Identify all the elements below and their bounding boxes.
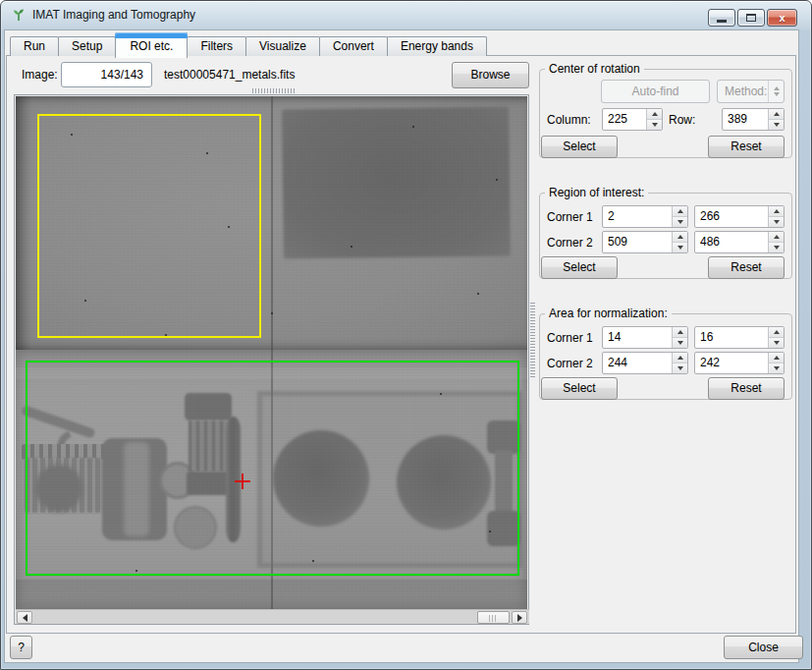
tab-roi-etc[interactable]: ROI etc. [115, 32, 188, 58]
minimize-icon [717, 20, 727, 23]
close-window-button[interactable]: x [767, 9, 797, 27]
close-icon: x [768, 11, 796, 25]
maximize-button[interactable] [737, 9, 765, 27]
maximize-icon [746, 14, 756, 22]
window-title: IMAT Imaging and Tomography [32, 8, 195, 22]
tab-filters[interactable]: Filters [187, 36, 246, 56]
minimize-button[interactable] [708, 9, 735, 27]
tab-label: ROI etc. [130, 39, 173, 53]
application-window: IMAT Imaging and Tomography x Run Setup … [0, 0, 812, 670]
tab-setup[interactable]: Setup [58, 36, 116, 56]
tab-run[interactable]: Run [10, 36, 59, 56]
active-tab-accent [115, 32, 188, 38]
close-button[interactable]: Close [724, 636, 803, 659]
tab-content-pane [6, 55, 796, 634]
app-icon [11, 7, 27, 23]
tab-bar: Run Setup ROI etc. Filters Visualize Con… [10, 36, 487, 56]
tab-energy-bands[interactable]: Energy bands [387, 36, 487, 56]
tab-convert[interactable]: Convert [319, 36, 388, 56]
help-button[interactable]: ? [10, 636, 32, 659]
tab-visualize[interactable]: Visualize [245, 36, 320, 56]
